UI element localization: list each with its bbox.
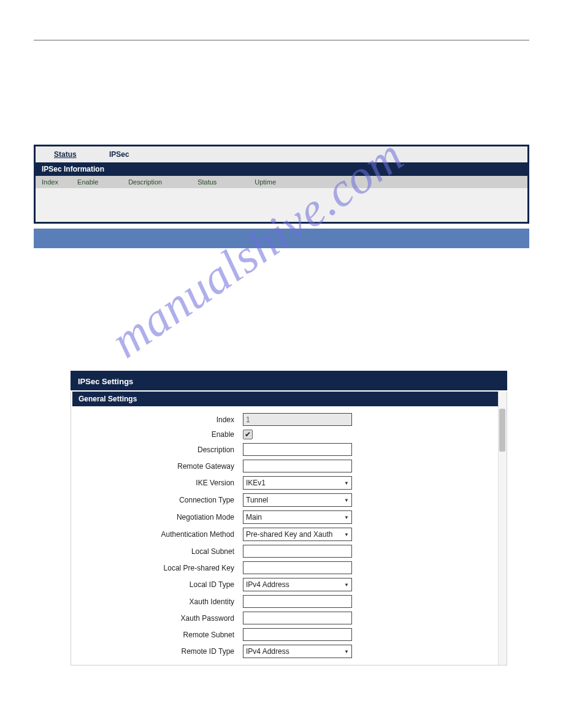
- col-description: Description: [128, 178, 196, 186]
- tab-ipsec[interactable]: IPSec: [109, 150, 129, 159]
- ipsec-info-panel: Status IPSec IPSec Information Index Ena…: [34, 145, 529, 224]
- chevron-down-icon: ▼: [344, 498, 349, 503]
- ipsec-info-header: IPSec Information: [36, 162, 527, 176]
- col-index: Index: [42, 178, 75, 186]
- xauth-password-label: Xauth Password: [71, 614, 243, 623]
- chevron-down-icon: ▼: [344, 649, 349, 654]
- tab-status[interactable]: Status: [54, 150, 77, 159]
- col-uptime: Uptime: [255, 178, 304, 186]
- description-field[interactable]: [243, 443, 352, 456]
- description-label: Description: [71, 446, 243, 454]
- remote-id-type-label: Remote ID Type: [71, 647, 243, 656]
- col-enable: Enable: [77, 178, 126, 186]
- index-label: Index: [71, 415, 243, 424]
- negotiation-mode-label: Negotiation Mode: [71, 513, 243, 521]
- xauth-identity-label: Xauth Identity: [71, 597, 243, 606]
- ipsec-info-body-empty: [36, 188, 527, 222]
- ike-version-label: IKE Version: [71, 479, 243, 487]
- xauth-password-field[interactable]: [243, 612, 352, 624]
- xauth-identity-field[interactable]: [243, 595, 352, 608]
- blue-separator-bar: [34, 229, 529, 248]
- enable-label: Enable: [71, 430, 243, 439]
- negotiation-mode-select[interactable]: Main ▼: [243, 510, 352, 524]
- ike-version-select[interactable]: IKEv1 ▼: [243, 476, 352, 490]
- local-id-type-value: IPv4 Address: [246, 580, 289, 589]
- connection-type-value: Tunnel: [246, 496, 268, 504]
- ipsec-settings-panel: IPSec Settings General Settings Index En…: [71, 371, 507, 665]
- ipsec-settings-title: IPSec Settings: [71, 373, 507, 390]
- remote-id-type-value: IPv4 Address: [246, 647, 289, 656]
- connection-type-select[interactable]: Tunnel ▼: [243, 493, 352, 507]
- negotiation-mode-value: Main: [246, 513, 262, 521]
- local-id-type-label: Local ID Type: [71, 580, 243, 589]
- enable-checkbox[interactable]: ✔: [243, 430, 253, 439]
- remote-gateway-label: Remote Gateway: [71, 462, 243, 471]
- local-id-type-select[interactable]: IPv4 Address ▼: [243, 578, 352, 591]
- scrollbar-track[interactable]: [498, 392, 507, 665]
- remote-id-type-select[interactable]: IPv4 Address ▼: [243, 645, 352, 658]
- remote-gateway-field[interactable]: [243, 460, 352, 472]
- ipsec-info-columns: Index Enable Description Status Uptime: [36, 176, 527, 188]
- auth-method-value: Pre-shared Key and Xauth: [246, 530, 332, 539]
- local-subnet-label: Local Subnet: [71, 547, 243, 556]
- general-settings-header: General Settings: [72, 392, 505, 406]
- auth-method-select[interactable]: Pre-shared Key and Xauth ▼: [243, 528, 352, 541]
- connection-type-label: Connection Type: [71, 496, 243, 504]
- remote-subnet-field[interactable]: [243, 628, 352, 641]
- col-status: Status: [197, 178, 253, 186]
- ike-version-value: IKEv1: [246, 479, 266, 487]
- local-psk-field[interactable]: [243, 561, 352, 574]
- breadcrumb-tabs: Status IPSec: [36, 146, 527, 162]
- local-subnet-field[interactable]: [243, 545, 352, 558]
- general-settings-form: Index Enable ✔ Description Remote Gatewa…: [71, 411, 507, 665]
- index-field: [243, 413, 352, 426]
- chevron-down-icon: ▼: [344, 515, 349, 520]
- local-psk-label: Local Pre-shared Key: [71, 564, 243, 572]
- scrollbar-thumb[interactable]: [499, 409, 505, 452]
- top-divider: [34, 40, 529, 40]
- chevron-down-icon: ▼: [344, 582, 349, 588]
- chevron-down-icon: ▼: [344, 480, 349, 486]
- chevron-down-icon: ▼: [344, 532, 349, 537]
- auth-method-label: Authentication Method: [71, 530, 243, 539]
- remote-subnet-label: Remote Subnet: [71, 631, 243, 639]
